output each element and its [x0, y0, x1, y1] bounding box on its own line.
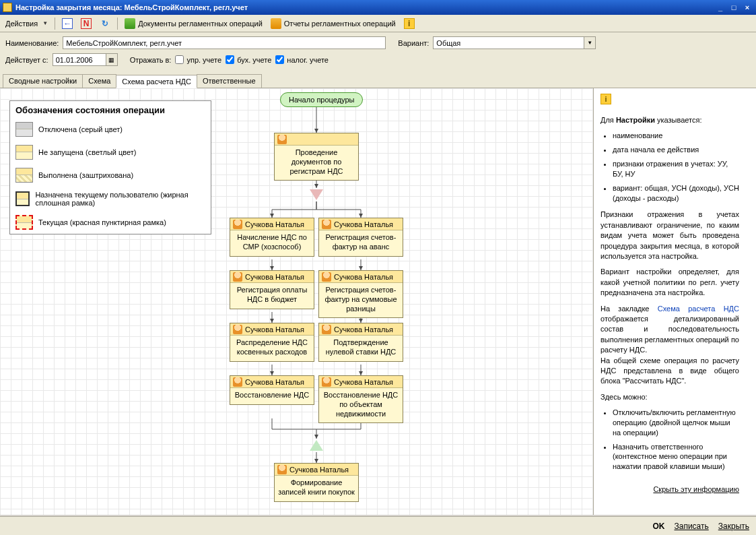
- legend-item-current: Текущая (красная пунктирная рамка): [10, 211, 211, 234]
- minimize-button[interactable]: _: [714, 2, 726, 13]
- legend-swatch-current: [15, 215, 33, 230]
- node-left-2[interactable]: Сучкова Наталья Распределение НДС косвен…: [230, 323, 314, 362]
- legend-swatch-done: [15, 168, 33, 183]
- help-toolbar-button[interactable]: i: [401, 17, 417, 30]
- person-icon: [322, 272, 331, 282]
- maximize-button[interactable]: □: [728, 2, 740, 13]
- legend-item-assigned: Назначена текущему пользователю (жирная …: [10, 187, 211, 211]
- check-upr-label: упр. учете: [186, 56, 221, 64]
- legend-item-notrun: Не запущена (светлый цвет): [10, 141, 211, 164]
- person-icon: [233, 325, 242, 334]
- chevron-down-icon: ▼: [42, 20, 48, 26]
- tab-vat-scheme[interactable]: Схема расчета НДС: [116, 75, 197, 88]
- reflect-label: Отражать в:: [130, 56, 172, 64]
- legend-title: Обозначения состояния операции: [10, 101, 211, 118]
- check-upr[interactable]: упр. учете: [175, 55, 221, 64]
- window-titlebar: Настройка закрытия месяца: МебельСтройКо…: [0, 0, 756, 15]
- bottom-bar: OK Записать Закрыть: [0, 516, 756, 535]
- tab-responsible[interactable]: Ответственные: [197, 74, 262, 88]
- check-buh-box[interactable]: [226, 55, 234, 64]
- node-right-1[interactable]: Сучкова Наталья Регистрация счетов-факту…: [318, 270, 403, 318]
- save-button[interactable]: Записать: [675, 522, 709, 531]
- nav-icon: N: [81, 18, 92, 29]
- calendar-button[interactable]: ▦: [106, 53, 118, 66]
- help-tab-para: На закладке Схема расчета НДС отображает…: [600, 304, 739, 387]
- nav-button[interactable]: N: [78, 17, 94, 30]
- legend-item-off: Отключена (серый цвет): [10, 118, 211, 141]
- check-buh[interactable]: бух. учете: [226, 55, 271, 64]
- tab-scheme[interactable]: Схема: [82, 74, 116, 88]
- node-first[interactable]: Проведение документов по регистрам НДС: [274, 133, 359, 181]
- variant-dropdown-button[interactable]: ▼: [584, 36, 596, 49]
- help-list-bottom: Отключить/включить регламентную операцию…: [613, 408, 739, 472]
- help-here-label: Здесь можно:: [600, 392, 739, 402]
- help-bullet: Отключить/включить регламентную операцию…: [613, 408, 739, 438]
- help-bullet: вариант: общая, УСН (доходы), УСН (доход…: [613, 183, 739, 203]
- legend-swatch-off: [15, 122, 33, 137]
- hide-help-link[interactable]: Скрыть эту информацию: [653, 485, 739, 493]
- node-start[interactable]: Начало процедуры: [280, 92, 363, 107]
- node-right-3[interactable]: Сучкова Наталья Восстановление НДС по об…: [318, 375, 403, 423]
- hide-help-wrap: Скрыть эту информацию: [600, 485, 739, 493]
- person-icon: [322, 325, 331, 334]
- variant-select[interactable]: [433, 36, 584, 49]
- name-input[interactable]: [63, 36, 386, 49]
- name-label: Наименование:: [5, 39, 59, 47]
- node-right-0[interactable]: Сучкова Наталья Регистрация счетов-факту…: [318, 218, 403, 257]
- help-bullet: дата начала ее действия: [613, 145, 739, 155]
- person-icon: [233, 377, 242, 387]
- help-tab-link[interactable]: Схема расчета НДС: [658, 305, 739, 313]
- reports-button[interactable]: Отчеты регламентных операций: [268, 17, 399, 30]
- legend-swatch-assigned: [15, 191, 30, 206]
- window-icon: [3, 3, 12, 12]
- tabs: Сводные настройки Схема Схема расчета НД…: [0, 74, 756, 88]
- person-icon: [233, 272, 242, 282]
- variant-label: Вариант:: [398, 39, 429, 47]
- help-intro: Для Настройки указывается:: [600, 115, 739, 125]
- documents-label: Документы регламентных операций: [138, 20, 263, 28]
- help-pane: i Для Настройки указывается: наименовани…: [594, 88, 746, 515]
- toolbar: Действия ▼ ← N ↻ Документы регламентных …: [0, 15, 756, 32]
- check-upr-box[interactable]: [175, 55, 184, 64]
- person-icon: [277, 465, 287, 474]
- person-icon: [277, 135, 287, 144]
- info-icon: i: [600, 94, 611, 104]
- check-nal-box[interactable]: [275, 55, 284, 64]
- diagram-pane[interactable]: Обозначения состояния операции Отключена…: [0, 88, 594, 515]
- ok-button[interactable]: OK: [653, 522, 665, 531]
- node-left-3[interactable]: Сучкова Наталья Восстановление НДС: [230, 375, 314, 405]
- help-icon: i: [404, 18, 415, 29]
- back-icon: ←: [62, 18, 73, 29]
- reports-icon: [271, 18, 281, 29]
- node-final[interactable]: Сучкова Наталья Формирование записей кни…: [274, 463, 359, 502]
- reports-label: Отчеты регламентных операций: [284, 20, 396, 28]
- join-gateway: [310, 440, 323, 451]
- close-button[interactable]: Закрыть: [718, 522, 749, 531]
- actions-label: Действия: [5, 20, 38, 28]
- documents-button[interactable]: Документы регламентных операций: [122, 17, 265, 30]
- check-buh-label: бух. учете: [237, 56, 271, 64]
- help-para: Вариант настройки определяет, для какой …: [600, 267, 739, 298]
- main-content: Обозначения состояния операции Отключена…: [0, 88, 756, 515]
- help-list-top: наименование дата начала ее действия при…: [613, 131, 739, 203]
- node-left-1[interactable]: Сучкова Наталья Регистрация оплаты НДС в…: [230, 270, 314, 309]
- tab-summary[interactable]: Сводные настройки: [3, 74, 83, 88]
- help-para: Признаки отражения в учетах устанавливаю…: [600, 210, 739, 261]
- valid-from-input[interactable]: [53, 53, 106, 66]
- window-title: Настройка закрытия месяца: МебельСтройКо…: [15, 3, 248, 11]
- person-icon: [322, 220, 331, 229]
- back-button[interactable]: ←: [59, 17, 75, 30]
- legend-swatch-notrun: [15, 145, 33, 160]
- node-left-0[interactable]: Сучкова Наталья Начисление НДС по СМР (х…: [230, 218, 314, 257]
- close-window-button[interactable]: ×: [741, 2, 753, 13]
- help-bullet: Назначить ответственного (контекстное ме…: [613, 442, 739, 472]
- help-bullet: наименование: [613, 131, 739, 141]
- node-right-2[interactable]: Сучкова Наталья Подтверждение нулевой ст…: [318, 323, 403, 362]
- legend-item-done: Выполнена (заштрихована): [10, 164, 211, 187]
- refresh-button[interactable]: ↻: [97, 17, 113, 30]
- person-icon: [233, 220, 242, 229]
- help-bullet: признаки отражения в учетах: УУ, БУ, НУ: [613, 159, 739, 179]
- split-gateway: [310, 189, 323, 200]
- check-nal[interactable]: налог. учете: [275, 55, 329, 64]
- actions-menu[interactable]: Действия ▼: [3, 17, 50, 30]
